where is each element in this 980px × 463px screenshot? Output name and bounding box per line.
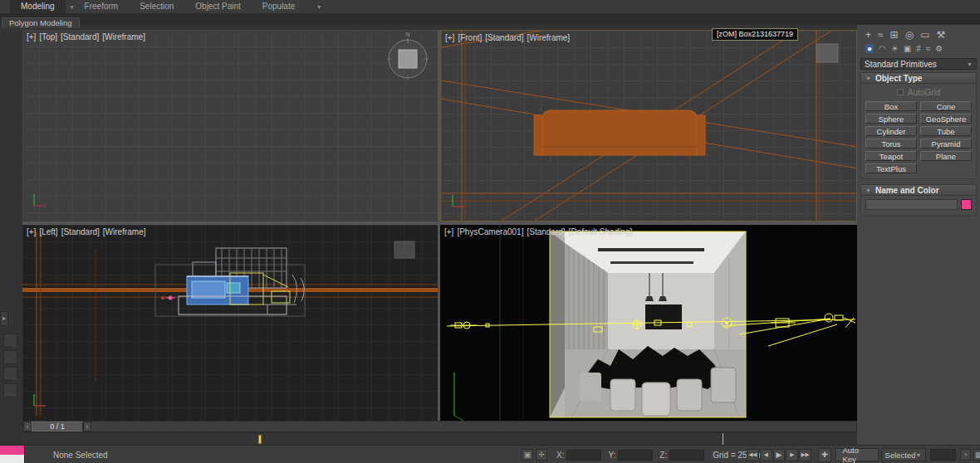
viewport-pov-label[interactable]: [Left] xyxy=(39,227,57,236)
viewcube[interactable]: N xyxy=(387,32,429,80)
set-key-icon[interactable]: ✚ xyxy=(818,448,832,462)
ribbon-tab-object-paint[interactable]: Object Paint xyxy=(184,0,251,13)
grid-toggle-icon[interactable]: ▦ xyxy=(973,449,980,461)
helpers-category-icon[interactable]: # xyxy=(916,44,921,53)
furniture-wireframe[interactable] xyxy=(155,248,305,316)
gizmo-markers[interactable] xyxy=(161,296,175,300)
viewport-layout-tab-3[interactable] xyxy=(3,367,17,381)
viewport-pov-label[interactable]: [Front] xyxy=(458,33,482,42)
viewport-style-label[interactable]: [Standard] xyxy=(61,227,100,236)
tube-button[interactable]: Tube xyxy=(920,126,972,136)
modify-tab-icon[interactable]: ≈ xyxy=(878,29,884,41)
polygon-modeling-panel-tab[interactable]: Polygon Modeling xyxy=(2,17,80,28)
name-color-rollout-title: Name and Color xyxy=(875,186,939,195)
set-key-filter-dropdown[interactable]: Selected ▼ xyxy=(881,448,926,461)
viewport-top[interactable]: [+] [Top] [Standard] [Wireframe] N xyxy=(22,30,438,222)
track-bar[interactable] xyxy=(22,432,857,445)
viewport-style-label[interactable]: [Standard] xyxy=(61,32,99,41)
coord-y-input[interactable] xyxy=(618,450,653,461)
create-tab-icon[interactable]: + xyxy=(865,29,871,41)
viewcube[interactable] xyxy=(816,44,838,62)
panel-expand-arrow-icon[interactable]: ▸ xyxy=(0,311,8,326)
viewport-layout-tab-2[interactable] xyxy=(3,350,17,364)
spacewarps-category-icon[interactable]: ≈ xyxy=(926,44,931,53)
systems-category-icon[interactable]: ⚙ xyxy=(935,44,943,53)
play-icon[interactable]: ▶ xyxy=(773,449,786,461)
ribbon-minimize-icon[interactable]: ▾ xyxy=(317,3,321,11)
display-tab-icon[interactable]: ▭ xyxy=(920,29,929,41)
viewport-shading-label[interactable]: [Wireframe] xyxy=(527,33,570,42)
pyramid-button[interactable]: Pyramid xyxy=(920,139,972,149)
viewport-menu-button[interactable]: [+] xyxy=(27,227,36,236)
object-color-swatch[interactable] xyxy=(961,199,972,210)
lights-category-icon[interactable]: ☀ xyxy=(891,44,899,53)
time-slider[interactable]: ‹ 0 / 1 › xyxy=(22,421,857,432)
utilities-tab-icon[interactable]: ⚒ xyxy=(937,29,946,41)
viewport-layout-tab-1[interactable] xyxy=(3,334,17,348)
viewport-shading-label[interactable]: [Default Shading] xyxy=(569,227,633,236)
viewport-menu-button[interactable]: [+] xyxy=(444,227,453,236)
top-viewport-canvas: N xyxy=(22,30,438,222)
time-slider-next-icon[interactable]: › xyxy=(83,422,91,431)
selection-lock-icon[interactable]: ▣ xyxy=(522,449,533,461)
shapes-category-icon[interactable]: ◠ xyxy=(879,44,886,53)
viewcube[interactable] xyxy=(394,241,414,258)
viewport-menu-button[interactable]: [+] xyxy=(445,33,454,42)
go-to-end-icon[interactable]: ▶▶ xyxy=(799,449,811,461)
name-color-rollout-header[interactable]: ▼ Name and Color xyxy=(860,184,977,196)
name-color-rollout-body xyxy=(860,196,977,216)
textplus-button[interactable]: TextPlus xyxy=(865,163,917,173)
cylinder-button[interactable]: Cylinder xyxy=(865,126,917,136)
box-button[interactable]: Box xyxy=(865,101,917,111)
auto-key-button[interactable]: Auto Key xyxy=(835,448,878,461)
time-configuration-icon[interactable]: ◔ xyxy=(960,449,971,461)
viewport-shading-label[interactable]: [Wireframe] xyxy=(103,227,146,236)
viewport-style-label[interactable]: [Standard] xyxy=(527,227,565,236)
viewport-layout-tab-4[interactable] xyxy=(3,383,17,397)
time-slider-prev-icon[interactable]: ‹ xyxy=(23,422,32,431)
viewport-style-label[interactable]: [Standard] xyxy=(485,33,523,42)
teapot-button[interactable]: Teapot xyxy=(865,151,917,161)
ribbon-tab-selection[interactable]: Selection xyxy=(129,0,184,13)
keyframe-marker[interactable] xyxy=(258,435,262,444)
macro-recorder-line[interactable] xyxy=(0,446,25,455)
primitives-dropdown[interactable]: Standard Primitives ▼ xyxy=(860,58,977,70)
viewport-pov-label[interactable]: [Top] xyxy=(39,32,57,41)
coord-z-input[interactable] xyxy=(669,450,704,461)
autogrid-row[interactable]: AutoGrid xyxy=(865,87,972,97)
geometry-category-icon[interactable]: ● xyxy=(865,44,874,53)
object-type-rollout-body: AutoGrid Box Cone Sphere GeoSphere Cylin… xyxy=(860,84,977,179)
ribbon-tab-populate[interactable]: Populate xyxy=(252,0,306,13)
viewport-menu-button[interactable]: [+] xyxy=(27,32,36,41)
motion-tab-icon[interactable]: ◎ xyxy=(905,29,914,41)
object-type-rollout-header[interactable]: ▼ Object Type xyxy=(860,72,977,84)
cone-button[interactable]: Cone xyxy=(920,101,972,111)
ribbon-tab-modeling[interactable]: Modeling xyxy=(10,0,66,13)
plane-button[interactable]: Plane xyxy=(920,151,972,161)
object-name-input[interactable] xyxy=(865,199,958,210)
hierarchy-tab-icon[interactable]: ⊞ xyxy=(890,29,899,41)
viewport-pov-label[interactable]: [PhysCamera001] xyxy=(457,227,523,236)
viewport-front[interactable]: [+] [Front] [Standard] [Wireframe] xyxy=(440,30,857,222)
autogrid-checkbox[interactable] xyxy=(897,89,904,95)
geosphere-button[interactable]: GeoSphere xyxy=(920,114,972,124)
next-frame-icon[interactable]: ▶ xyxy=(786,449,798,461)
primitives-dropdown-value: Standard Primitives xyxy=(865,60,937,69)
absolute-offset-toggle-icon[interactable]: ✛ xyxy=(536,449,547,461)
coord-x-input[interactable] xyxy=(566,450,601,461)
3ds-max-window: Modeling ▾ Freeform Selection Object Pai… xyxy=(0,0,980,463)
torus-button[interactable]: Torus xyxy=(865,139,917,149)
go-to-start-icon[interactable]: ◀◀ xyxy=(747,449,759,461)
maxscript-mini-listener[interactable] xyxy=(0,446,25,463)
cameras-category-icon[interactable]: ▣ xyxy=(904,44,911,53)
viewport-camera[interactable]: [+] [PhysCamera001] [Standard] [Default … xyxy=(440,225,857,421)
listener-line[interactable] xyxy=(0,455,25,463)
time-slider-handle[interactable]: 0 / 1 xyxy=(32,422,83,431)
ribbon-tab-freeform[interactable]: Freeform xyxy=(74,0,130,13)
current-frame-input[interactable] xyxy=(930,449,956,461)
sofa-wireframe[interactable] xyxy=(534,110,705,161)
viewport-shading-label[interactable]: [Wireframe] xyxy=(102,32,145,41)
viewport-left[interactable]: [+] [Left] [Standard] [Wireframe] xyxy=(22,225,438,421)
sphere-button[interactable]: Sphere xyxy=(865,114,917,124)
previous-frame-icon[interactable]: ◀ xyxy=(760,449,772,461)
